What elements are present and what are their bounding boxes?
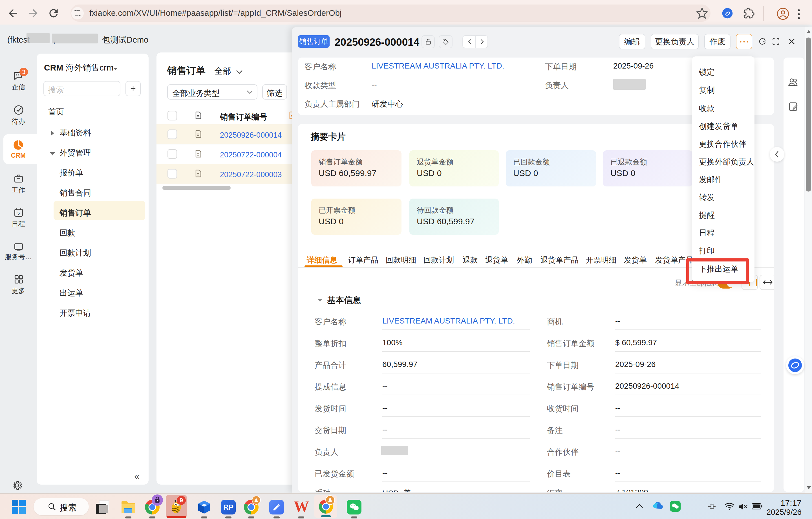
svg-text:5: 5 bbox=[18, 211, 20, 216]
